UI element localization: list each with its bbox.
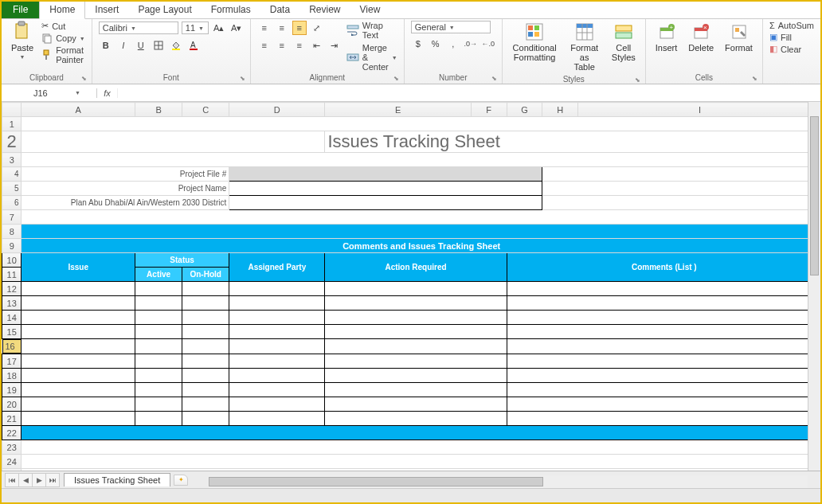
row-header[interactable]: 5 bbox=[2, 182, 22, 196]
row-header[interactable]: 14 bbox=[2, 311, 22, 325]
col-header[interactable]: E bbox=[325, 103, 471, 117]
horizontal-scrollbar[interactable] bbox=[209, 475, 808, 488]
borders-button[interactable] bbox=[151, 38, 166, 53]
row-header[interactable]: 2 bbox=[2, 131, 22, 153]
fill-color-button[interactable] bbox=[169, 38, 183, 53]
tab-formulas[interactable]: Formulas bbox=[202, 1, 260, 18]
fx-label[interactable]: fx bbox=[97, 88, 118, 98]
row-header[interactable]: 18 bbox=[2, 369, 22, 383]
autosum-button[interactable]: ΣAutoSum bbox=[769, 21, 814, 30]
clear-button[interactable]: ◧Clear bbox=[769, 44, 801, 54]
row-header[interactable]: 12 bbox=[2, 282, 22, 296]
input-project-name[interactable] bbox=[229, 182, 542, 196]
orientation-button[interactable]: ⤢ bbox=[310, 21, 324, 35]
row-header[interactable]: 19 bbox=[2, 383, 22, 397]
format-as-table-button[interactable]: Format as Table bbox=[565, 21, 603, 73]
row-header[interactable]: 3 bbox=[2, 153, 22, 167]
tab-review[interactable]: Review bbox=[299, 1, 350, 18]
input-project-file[interactable] bbox=[229, 167, 542, 182]
copy-button[interactable]: Copy ▼ bbox=[41, 33, 85, 44]
col-header[interactable]: C bbox=[182, 103, 229, 117]
align-left-button[interactable]: ≡ bbox=[257, 38, 272, 53]
increase-indent-button[interactable]: ⇥ bbox=[327, 38, 342, 53]
row-header[interactable]: 21 bbox=[2, 412, 22, 426]
sheet-tab-active[interactable]: Issues Tracking Sheet bbox=[64, 473, 170, 486]
dollar-icon: $ bbox=[416, 39, 421, 49]
col-header[interactable]: A bbox=[22, 103, 135, 117]
bold-button[interactable]: B bbox=[99, 38, 113, 53]
decrease-indent-button[interactable]: ⇤ bbox=[310, 38, 324, 53]
col-header[interactable]: B bbox=[135, 103, 182, 117]
format-cells-button[interactable]: Format bbox=[722, 21, 756, 54]
decrease-font-button[interactable]: A▾ bbox=[229, 21, 244, 35]
align-bottom-button[interactable]: ≡ bbox=[292, 21, 307, 35]
row-header[interactable]: 10 bbox=[2, 253, 22, 268]
tab-insert[interactable]: Insert bbox=[85, 1, 128, 18]
row-header[interactable]: 20 bbox=[2, 397, 22, 412]
shrink-font-icon: A▾ bbox=[231, 23, 241, 33]
italic-button[interactable]: I bbox=[116, 38, 131, 53]
fill-button[interactable]: ▣Fill bbox=[769, 32, 792, 42]
col-header[interactable]: F bbox=[471, 103, 507, 117]
tab-view[interactable]: View bbox=[350, 1, 390, 18]
merge-center-button[interactable]: Merge & Center ▼ bbox=[346, 43, 397, 72]
row-header[interactable]: 22 bbox=[2, 426, 22, 440]
insert-cells-button[interactable]: + Insert bbox=[652, 21, 681, 54]
percent-button[interactable]: % bbox=[429, 37, 443, 51]
input-plan[interactable] bbox=[229, 196, 542, 210]
align-middle-button[interactable]: ≡ bbox=[275, 21, 289, 35]
row-header[interactable]: 8 bbox=[2, 225, 22, 239]
sheet-nav-first[interactable]: ⏮ bbox=[5, 473, 19, 487]
row-header[interactable]: 4 bbox=[2, 167, 22, 182]
decrease-decimal-button[interactable]: ←.0 bbox=[481, 37, 495, 51]
sheet-nav-prev[interactable]: ◀ bbox=[18, 473, 33, 487]
row-header[interactable]: 16 bbox=[2, 339, 22, 354]
vertical-scrollbar[interactable] bbox=[808, 102, 820, 484]
cut-button[interactable]: ✂ Cut bbox=[41, 21, 85, 31]
row-header[interactable]: 7 bbox=[2, 210, 22, 225]
row-header[interactable]: 23 bbox=[2, 440, 22, 455]
name-box[interactable]: J16 ▼ bbox=[2, 88, 97, 98]
delete-cells-button[interactable]: × Delete bbox=[685, 21, 717, 54]
align-center-button[interactable]: ≡ bbox=[275, 38, 289, 53]
underline-button[interactable]: U bbox=[134, 38, 148, 53]
row-header[interactable]: 13 bbox=[2, 296, 22, 311]
cell-styles-button[interactable]: Cell Styles bbox=[609, 21, 639, 64]
grid[interactable]: A B C D E F G H I 1 2Issues Tracking She… bbox=[2, 102, 820, 483]
paste-button[interactable]: Paste ▼ bbox=[8, 21, 37, 61]
row-header[interactable]: 24 bbox=[2, 455, 22, 469]
font-color-button[interactable]: A bbox=[186, 38, 201, 53]
sheet-nav-next[interactable]: ▶ bbox=[32, 473, 46, 487]
format-painter-button[interactable]: Format Painter bbox=[41, 45, 85, 64]
number-format-select[interactable]: General▼ bbox=[411, 21, 491, 33]
new-sheet-button[interactable]: ✦ bbox=[174, 475, 188, 486]
tab-file[interactable]: File bbox=[2, 1, 39, 18]
col-header[interactable]: H bbox=[542, 103, 578, 117]
font-name-select[interactable]: Calibri▼ bbox=[99, 21, 178, 34]
tab-data[interactable]: Data bbox=[260, 1, 299, 18]
row-header[interactable]: 15 bbox=[2, 325, 22, 339]
select-all-corner[interactable] bbox=[2, 103, 22, 117]
row-header[interactable]: 17 bbox=[2, 354, 22, 369]
align-right-button[interactable]: ≡ bbox=[292, 38, 307, 53]
wrap-text-button[interactable]: Wrap Text bbox=[346, 21, 397, 40]
row-header[interactable]: 11 bbox=[2, 268, 22, 282]
row-header[interactable]: 6 bbox=[2, 196, 22, 210]
row-header[interactable]: 1 bbox=[2, 117, 22, 131]
col-header[interactable]: D bbox=[229, 103, 325, 117]
accounting-button[interactable]: $ bbox=[411, 37, 425, 51]
sheet-nav-last[interactable]: ⏭ bbox=[45, 473, 60, 487]
scroll-thumb[interactable] bbox=[209, 477, 543, 486]
scroll-thumb[interactable] bbox=[810, 116, 819, 275]
col-header[interactable]: G bbox=[507, 103, 542, 117]
comma-button[interactable]: , bbox=[446, 37, 460, 51]
conditional-formatting-button[interactable]: Conditional Formatting bbox=[509, 21, 561, 64]
col-header[interactable]: I bbox=[578, 103, 820, 117]
align-top-button[interactable]: ≡ bbox=[257, 21, 272, 35]
tab-home[interactable]: Home bbox=[39, 0, 85, 19]
font-size-select[interactable]: 11▼ bbox=[182, 21, 209, 34]
row-header[interactable]: 9 bbox=[2, 239, 22, 253]
tab-pagelayout[interactable]: Page Layout bbox=[128, 1, 201, 18]
increase-font-button[interactable]: A▴ bbox=[212, 21, 226, 35]
increase-decimal-button[interactable]: .0→ bbox=[464, 37, 478, 51]
